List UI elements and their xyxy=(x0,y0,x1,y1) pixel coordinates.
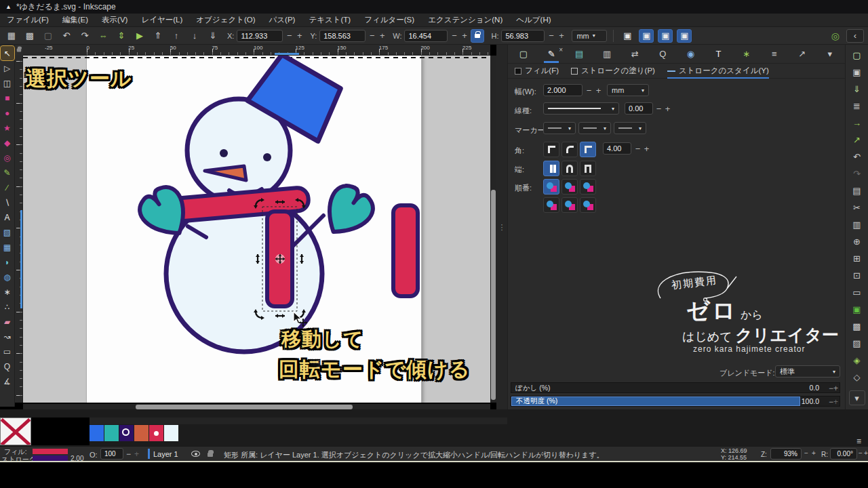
create-clone[interactable]: ▩ xyxy=(849,319,865,333)
h-minus-button[interactable]: − xyxy=(547,30,555,41)
x-input[interactable]: 112.933 xyxy=(237,30,283,42)
rectangle-tool[interactable]: ■ xyxy=(1,91,14,105)
move-gradients-toggle[interactable]: ▣ xyxy=(658,29,673,43)
export[interactable]: ↗ xyxy=(849,132,865,147)
cut[interactable]: ✂ xyxy=(849,200,865,215)
x-plus-button[interactable]: + xyxy=(296,30,303,41)
gradient-tool[interactable]: ▧ xyxy=(1,225,14,239)
swatch-black-2[interactable] xyxy=(60,418,90,445)
marker-end-dropdown[interactable]: ▾ xyxy=(614,122,646,134)
scale-corners-toggle[interactable]: ▣ xyxy=(639,29,654,43)
calligraphy-tool[interactable]: ∖ xyxy=(1,195,14,209)
zoom-plus[interactable]: + xyxy=(812,449,816,457)
rotation-plus[interactable]: + xyxy=(864,449,868,457)
current-layer-name[interactable]: Layer 1 xyxy=(153,450,178,458)
menu-item-8[interactable]: エクステンション(N) xyxy=(428,15,502,25)
view-frame[interactable]: ▭ xyxy=(849,285,865,300)
status-menu-icon[interactable]: ≡ xyxy=(856,436,861,446)
paint-order-button-4[interactable] xyxy=(543,197,559,213)
zoom-minus[interactable]: − xyxy=(804,449,808,457)
fill-color-swatch[interactable] xyxy=(33,449,68,454)
flip-vertical[interactable]: ⇕ xyxy=(114,29,129,43)
select-same[interactable]: ▩ xyxy=(22,29,37,43)
rotate-90-ccw[interactable]: ↶ xyxy=(59,29,74,43)
paint-order-button-1[interactable] xyxy=(543,179,559,195)
x-minus-button[interactable]: − xyxy=(285,30,293,41)
zoom-page[interactable]: ⊞ xyxy=(849,251,865,266)
opacity-minus[interactable]: − xyxy=(829,397,833,407)
paint-order-button-2[interactable] xyxy=(561,179,578,195)
zoom-drawing[interactable]: ⊕ xyxy=(849,234,865,249)
dialog-tab-align-distribute[interactable]: ≡ xyxy=(766,46,783,62)
dialog-tab-more-dialogs[interactable]: ▾ xyxy=(821,46,839,62)
swatch-teal[interactable] xyxy=(104,425,119,441)
join-bevel-button[interactable] xyxy=(543,142,559,157)
miter-plus[interactable]: + xyxy=(643,144,650,154)
cap-butt-button[interactable] xyxy=(543,161,559,176)
deselect[interactable]: ▢ xyxy=(41,29,56,43)
paint-order-button-5[interactable] xyxy=(561,197,578,213)
snap-options[interactable]: ◇ xyxy=(849,369,865,384)
ellipse-tool[interactable]: ● xyxy=(1,106,14,120)
menu-item-6[interactable]: テキスト(T) xyxy=(309,15,351,25)
horizontal-ruler[interactable]: -250255075100125150175200225 xyxy=(23,45,490,56)
star-tool[interactable]: ★ xyxy=(1,121,14,135)
vertical-scrollbar-thumb[interactable] xyxy=(491,190,496,400)
blur-plus[interactable]: + xyxy=(833,384,838,393)
snowman-right-eye[interactable] xyxy=(263,153,271,161)
vertical-scrollbar[interactable] xyxy=(490,56,496,403)
blur-slider[interactable]: ぼかし (%) 0.0 −+ xyxy=(511,382,840,393)
measure-tool[interactable]: ∡ xyxy=(1,374,14,388)
dash-minus[interactable]: − xyxy=(655,104,663,114)
zoom-tool[interactable]: Q xyxy=(1,359,14,373)
y-minus-button[interactable]: − xyxy=(368,30,376,41)
dash-pattern-dropdown[interactable]: ▾ xyxy=(543,102,619,115)
dropper-tool[interactable]: ◗ xyxy=(1,255,14,269)
object-opacity-input[interactable]: 100 xyxy=(100,448,123,460)
page-tool[interactable]: ▭ xyxy=(1,344,14,359)
dock-resize-handle[interactable]: ⋮ xyxy=(496,45,507,409)
dialog-tab-export[interactable]: ↗ xyxy=(793,46,811,62)
dialog-tab-text-and-font[interactable]: T xyxy=(710,46,728,62)
redo[interactable]: ↷ xyxy=(849,166,865,181)
raise-to-top[interactable]: ⇑ xyxy=(151,29,165,43)
swatch-pale-blue[interactable] xyxy=(164,425,178,441)
selector-tool[interactable]: ↖ xyxy=(1,46,14,60)
w-input[interactable]: 16.454 xyxy=(404,30,448,42)
zoom-selection[interactable]: ⊡ xyxy=(849,268,865,283)
h-plus-button[interactable]: + xyxy=(557,30,565,41)
tab-fill[interactable]: フィル(F) xyxy=(515,64,559,79)
paste[interactable]: ▥ xyxy=(849,217,865,232)
menu-item-7[interactable]: フィルター(S) xyxy=(364,15,414,25)
paint-bucket-tool[interactable]: ◍ xyxy=(1,270,14,284)
width-minus[interactable]: − xyxy=(585,85,593,96)
swatch-black-1[interactable] xyxy=(31,418,60,445)
open-document[interactable]: ▣ xyxy=(849,64,865,79)
layer-visibility-eye-icon[interactable] xyxy=(191,451,200,457)
blend-mode-dropdown[interactable]: 標準▾ xyxy=(775,365,840,378)
mesh-gradient-tool[interactable]: ▦ xyxy=(1,240,14,254)
shape-builder-tool[interactable]: ◫ xyxy=(1,76,14,90)
connector-tool[interactable]: ↝ xyxy=(1,329,14,344)
detached-scarf-rect[interactable] xyxy=(393,205,418,296)
lock-aspect-ratio-toggle[interactable] xyxy=(471,29,484,43)
rotate-90-cw[interactable]: ↷ xyxy=(77,29,92,43)
text-tool[interactable]: A xyxy=(1,210,14,224)
palette-scrollbar[interactable] xyxy=(89,418,507,424)
dash-offset-input[interactable]: 0.00 xyxy=(625,102,653,115)
swatch-crimson[interactable] xyxy=(149,425,163,441)
snap-icon[interactable]: ◎ xyxy=(831,30,840,41)
bezier-tool[interactable]: ∕ xyxy=(1,180,14,195)
h-input[interactable]: 56.983 xyxy=(501,30,545,42)
snowman-right-mitten[interactable] xyxy=(316,180,379,244)
print[interactable]: ≣ xyxy=(849,98,865,113)
join-round-button[interactable] xyxy=(561,142,578,157)
stroke-width-input[interactable]: 2.000 xyxy=(543,84,583,96)
zoom-input[interactable]: 93% xyxy=(770,448,802,460)
rotation-minus[interactable]: − xyxy=(859,449,863,457)
commands-bar-more-button[interactable]: ▾ xyxy=(849,390,865,405)
width-plus[interactable]: + xyxy=(595,85,602,96)
spray-tool[interactable]: ∴ xyxy=(1,300,14,314)
join-miter-button[interactable] xyxy=(580,142,596,157)
opacity-plus[interactable]: + xyxy=(833,397,838,407)
